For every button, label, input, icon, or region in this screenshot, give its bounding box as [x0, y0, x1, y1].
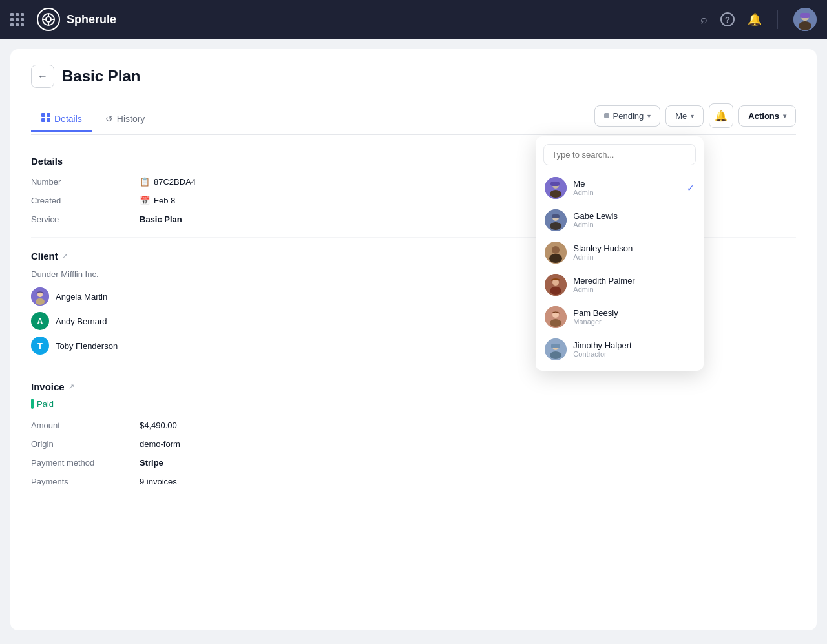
payment-method-value: Stripe: [140, 458, 163, 468]
origin-value: demo-form: [140, 439, 180, 449]
dropdown-avatar-meredith: [545, 274, 567, 296]
pending-button[interactable]: Pending ▾: [594, 105, 661, 127]
dropdown-avatar-me: [545, 177, 567, 199]
client-link-icon[interactable]: ↗: [62, 252, 68, 260]
dropdown-item-me[interactable]: Me Admin ✓: [536, 172, 704, 204]
grid-menu-icon[interactable]: [10, 13, 24, 26]
payments-label: Payments: [31, 477, 134, 486]
assignee-search-input[interactable]: [543, 144, 696, 165]
invoice-link-icon[interactable]: ↗: [68, 382, 74, 391]
topnav: Spherule ⌕ ? 🔔: [0, 0, 827, 39]
dropdown-info-pam: Pam Beesly Manager: [573, 308, 695, 326]
amount-label: Amount: [31, 421, 134, 430]
dropdown-name-meredith: Meredith Palmer: [573, 276, 695, 286]
company-name: Dunder Mifflin Inc.: [31, 269, 99, 279]
origin-label: Origin: [31, 439, 134, 449]
logo-icon: [37, 8, 60, 31]
dropdown-avatar-stanley: [545, 242, 567, 264]
dropdown-item-pam[interactable]: Pam Beesly Manager: [536, 301, 704, 333]
dropdown-role-meredith: Admin: [573, 286, 695, 293]
topnav-actions: ⌕ ? 🔔: [700, 8, 817, 31]
assignee-chevron: ▾: [691, 112, 694, 119]
svg-point-28: [550, 287, 561, 295]
page-header: ← Basic Plan: [31, 65, 796, 88]
back-button[interactable]: ←: [31, 65, 54, 88]
tab-details-label: Details: [54, 114, 82, 124]
search-icon[interactable]: ⌕: [700, 13, 707, 26]
dropdown-role-me: Admin: [573, 189, 680, 196]
svg-point-8: [799, 21, 811, 30]
avatar-toby: T: [31, 337, 49, 355]
dropdown-item-meredith[interactable]: Meredith Palmer Admin: [536, 269, 704, 301]
service-label: Service: [31, 214, 134, 224]
brand-logo: Spherule: [37, 8, 693, 31]
created-label: Created: [31, 196, 134, 205]
invoice-section-header: Invoice ↗: [31, 381, 796, 392]
history-icon: ↺: [105, 114, 113, 124]
client-section-title: Client: [31, 251, 58, 262]
help-icon[interactable]: ?: [720, 12, 735, 26]
svg-rect-18: [550, 182, 560, 186]
pending-dot: [604, 113, 609, 118]
actions-button[interactable]: Actions ▾: [738, 105, 796, 127]
pending-label: Pending: [613, 111, 644, 121]
nav-divider: [777, 10, 778, 29]
bell-icon[interactable]: 🔔: [748, 12, 762, 26]
dropdown-name-jim: Jimothy Halpert: [573, 340, 695, 350]
invoice-section-title: Invoice: [31, 381, 65, 392]
svg-rect-10: [800, 13, 810, 18]
dropdown-name-gabe: Gabe Lewis: [573, 211, 695, 221]
tab-history-label: History: [117, 114, 145, 124]
dropdown-item-gabe[interactable]: Gabe Lewis Admin: [536, 204, 704, 236]
svg-rect-14: [47, 118, 50, 122]
number-value: 📋 87C2BDA4: [140, 177, 196, 187]
payments-value: 9 invoices: [140, 477, 177, 486]
svg-rect-12: [47, 113, 50, 117]
svg-point-31: [550, 319, 561, 327]
dropdown-info-jim: Jimothy Halpert Contractor: [573, 340, 695, 358]
user-avatar[interactable]: [793, 8, 817, 31]
created-icon: 📅: [140, 196, 150, 205]
field-origin: Origin demo-form: [31, 439, 796, 449]
dropdown-avatar-pam: [545, 306, 567, 328]
pending-chevron: ▾: [647, 112, 651, 119]
number-label: Number: [31, 177, 134, 187]
page-title: Basic Plan: [62, 67, 140, 85]
assignee-button[interactable]: Me ▾: [665, 105, 704, 127]
paid-dot: [31, 399, 34, 409]
service-value: Basic Plan: [140, 214, 182, 224]
svg-point-1: [46, 17, 51, 22]
dropdown-name-pam: Pam Beesly: [573, 308, 695, 318]
dropdown-avatar-gabe: [545, 209, 567, 231]
payment-method-label: Payment method: [31, 458, 134, 468]
brand-name: Spherule: [67, 13, 116, 26]
dropdown-info-gabe: Gabe Lewis Admin: [573, 211, 695, 229]
svg-point-38: [36, 298, 45, 305]
dropdown-avatar-jim: [545, 338, 567, 360]
dropdown-role-stanley: Admin: [573, 253, 695, 261]
tab-history[interactable]: ↺ History: [95, 107, 156, 132]
dropdown-item-stanley[interactable]: Stanley Hudson Admin: [536, 236, 704, 269]
field-amount: Amount $4,490.00: [31, 421, 796, 430]
svg-point-24: [552, 246, 560, 254]
actions-chevron: ▾: [783, 112, 786, 119]
field-payments: Payments 9 invoices: [31, 477, 796, 486]
invoice-status-label: Paid: [37, 399, 54, 409]
number-icon: 📋: [140, 177, 150, 187]
main-card: ← Basic Plan Details: [10, 49, 817, 630]
invoice-status-badge: Paid: [31, 399, 54, 409]
svg-rect-13: [41, 118, 45, 122]
tabs: Details ↺ History: [31, 107, 155, 131]
notifications-button[interactable]: 🔔: [709, 103, 733, 128]
svg-point-25: [549, 254, 562, 263]
svg-point-17: [550, 190, 561, 198]
dropdown-item-jim[interactable]: Jimothy Halpert Contractor: [536, 333, 704, 366]
dropdown-role-gabe: Admin: [573, 221, 695, 229]
tab-details[interactable]: Details: [31, 107, 92, 132]
svg-point-21: [550, 222, 561, 230]
dropdown-info-stanley: Stanley Hudson Admin: [573, 244, 695, 261]
assignee-dropdown: Me Admin ✓: [536, 136, 704, 371]
dropdown-role-jim: Contractor: [573, 350, 695, 358]
dropdown-info-me: Me Admin: [573, 179, 680, 196]
name-angela: Angela Martin: [56, 292, 107, 302]
